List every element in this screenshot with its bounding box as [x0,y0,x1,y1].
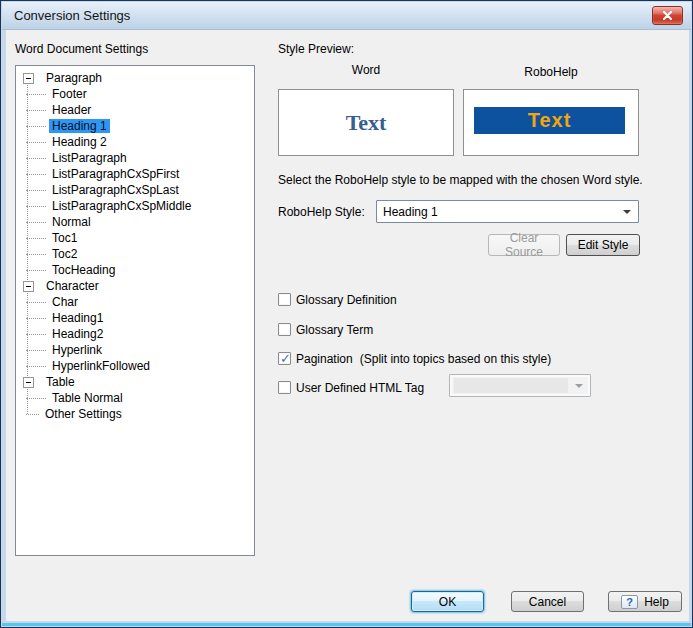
html-tag-select [449,374,591,397]
tree-item-paragraph[interactable]: Paragraph [16,70,254,86]
tree-item-label: Table Normal [49,391,126,405]
tree-item-heading-2[interactable]: Heading 2 [16,134,254,150]
tree-item-heading-1[interactable]: Heading 1 [16,118,254,134]
collapse-minus-icon[interactable] [23,377,34,388]
style-tree: ParagraphFooterHeaderHeading 1Heading 2L… [15,65,255,556]
tree-item-char[interactable]: Char [16,294,254,310]
tree-connector [26,222,46,223]
tree-item-label: Hyperlink [49,343,105,357]
robohelp-style-label: RoboHelp Style: [278,205,365,219]
window-border-accent [2,623,691,626]
tree-item-listparagraphcxsplast[interactable]: ListParagraphCxSpLast [16,182,254,198]
tree-item-normal[interactable]: Normal [16,214,254,230]
chevron-down-icon[interactable] [616,201,638,222]
user-defined-html-tag-checkbox[interactable] [278,381,291,394]
tree-item-header[interactable]: Header [16,102,254,118]
tree-item-footer[interactable]: Footer [16,86,254,102]
collapse-minus-icon[interactable] [23,73,34,84]
glossary-definition-option[interactable]: Glossary Definition [278,292,397,307]
tree-item-listparagraphcxspfirst[interactable]: ListParagraphCxSpFirst [16,166,254,182]
tree-item-label: Header [49,103,94,117]
tree-item-listparagraphcxspmiddle[interactable]: ListParagraphCxSpMiddle [16,198,254,214]
collapse-minus-icon[interactable] [23,281,34,292]
tree-item-label: TocHeading [49,263,118,277]
dialog-body: Word Document Settings ParagraphFooterHe… [6,30,689,621]
tree-item-hyperlink[interactable]: Hyperlink [16,342,254,358]
help-button[interactable]: ? Help [608,591,682,612]
tree-item-label: Paragraph [43,71,105,85]
tree-item-label: Character [43,279,102,293]
help-icon: ? [621,595,638,609]
tree-connector [26,110,46,111]
tree-item-label: ListParagraphCxSpFirst [49,167,182,181]
tree-item-label: ListParagraph [49,151,130,165]
tree-item-label: Other Settings [42,407,125,421]
tree-item-listparagraph[interactable]: ListParagraph [16,150,254,166]
tree-item-label: Toc1 [49,231,80,245]
robohelp-preview-caption: RoboHelp [463,65,639,79]
glossary-definition-checkbox[interactable] [278,293,291,306]
tree-connector [26,238,46,239]
title-bar[interactable]: Conversion Settings [2,2,691,30]
tree-item-label: Char [49,295,81,309]
robohelp-sample-bar: Text [474,107,625,134]
tree-item-label: Toc2 [49,247,80,261]
ok-button[interactable]: OK [411,591,484,612]
tree-connector [26,334,46,335]
word-document-settings-label: Word Document Settings [15,42,148,56]
conversion-settings-dialog: Conversion Settings Word Document Settin… [0,0,693,628]
tree-item-toc2[interactable]: Toc2 [16,246,254,262]
robohelp-style-select[interactable]: Heading 1 [376,200,639,223]
tree-item-heading2[interactable]: Heading2 [16,326,254,342]
tree-connector [26,398,46,399]
tree-item-label: Heading 2 [49,135,110,149]
help-label: Help [644,595,669,609]
pagination-option[interactable]: Pagination (Split into topics based on t… [278,351,551,366]
pagination-checkbox[interactable] [278,352,291,365]
close-icon [663,11,672,20]
tree-connector [26,94,46,95]
tree-connector [26,142,46,143]
glossary-term-checkbox[interactable] [278,323,291,336]
close-button[interactable] [652,6,683,25]
user-defined-html-tag-option[interactable]: User Defined HTML Tag [278,380,424,395]
tree-item-table[interactable]: Table [16,374,254,390]
word-preview-caption: Word [278,63,454,77]
tree-item-label: ListParagraphCxSpLast [49,183,182,197]
html-tag-value [454,378,568,393]
tree-item-character[interactable]: Character [16,278,254,294]
word-sample-text: Text [346,110,387,136]
tree-connector [26,174,46,175]
tree-connector [26,158,46,159]
tree-connector [26,302,46,303]
tree-item-label: Normal [49,215,94,229]
clear-source-button: Clear Source [488,234,560,256]
window-title: Conversion Settings [14,8,130,23]
tree-item-toc1[interactable]: Toc1 [16,230,254,246]
tree-connector [26,270,46,271]
glossary-term-option[interactable]: Glossary Term [278,322,373,337]
tree-item-other-settings[interactable]: Other Settings [16,406,254,422]
tree-item-heading1[interactable]: Heading1 [16,310,254,326]
chevron-down-icon [568,375,590,396]
tree-item-table-normal[interactable]: Table Normal [16,390,254,406]
mapping-instruction: Select the RoboHelp style to be mapped w… [278,173,643,187]
tree-item-hyperlinkfollowed[interactable]: HyperlinkFollowed [16,358,254,374]
cancel-button[interactable]: Cancel [511,591,584,612]
robohelp-style-preview: Text [463,89,639,156]
tree-connector [26,318,46,319]
tree-guide-line [27,78,28,414]
tree-connector [26,350,46,351]
tree-item-label: Heading1 [49,311,106,325]
edit-style-button[interactable]: Edit Style [566,234,640,256]
tree-connector [26,126,46,127]
tree-item-tocheading[interactable]: TocHeading [16,262,254,278]
tree-item-label: Heading 1 [49,119,110,133]
tree-item-label: HyperlinkFollowed [49,359,153,373]
tree-connector [26,206,46,207]
pagination-hint: (Split into topics based on this style) [360,352,551,366]
tree-item-label: Table [43,375,78,389]
tree-item-label: Heading2 [49,327,106,341]
glossary-term-label: Glossary Term [296,323,373,337]
tree-connector [26,190,46,191]
